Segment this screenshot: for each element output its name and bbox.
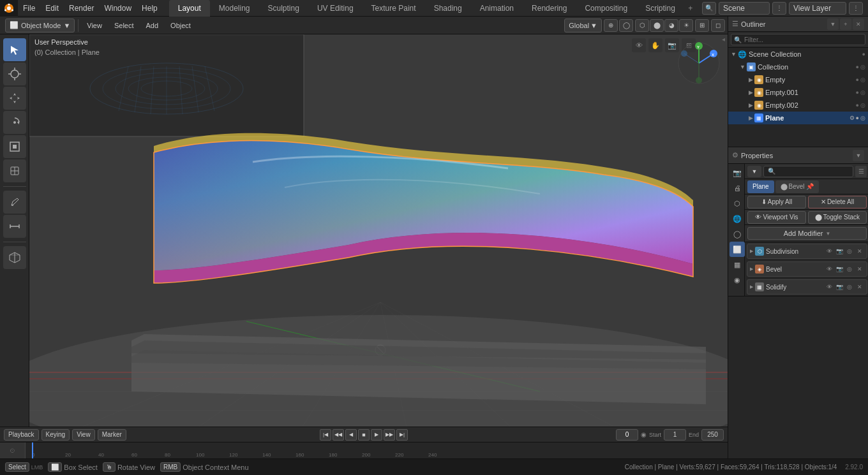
outliner-collection[interactable]: ▼ ▣ Collection ● ◎ [728, 61, 868, 73]
modifier-2-close-icon[interactable]: ✕ [855, 265, 864, 274]
scene-input[interactable] [719, 2, 770, 15]
modifier-3-close-icon[interactable]: ✕ [855, 282, 864, 291]
xray-btn[interactable]: ◻ [711, 19, 725, 32]
empty-visibility[interactable]: ● [856, 77, 859, 83]
plane-filter1[interactable]: ⚙ [849, 115, 855, 121]
menu-help[interactable]: Help [137, 0, 163, 17]
props-scene-icon[interactable]: 🌐 [730, 211, 745, 226]
tab-compositing[interactable]: Compositing [576, 0, 636, 17]
material-btn[interactable]: ◕ [664, 19, 678, 32]
tab-scripting[interactable]: Scripting [636, 0, 684, 17]
view-layer-options-btn[interactable]: ⋮ [849, 2, 863, 15]
overlay-btn[interactable]: ⊞ [695, 19, 709, 32]
viewport-vis-button[interactable]: 👁 Viewport Vis [747, 211, 806, 224]
modifier-item-2-header[interactable]: ▶ ◈ Bevel 👁 📷 ◎ ✕ [747, 262, 867, 276]
props-filter-btn[interactable]: ▼ [853, 150, 864, 161]
plane-visibility[interactable]: ● [856, 115, 859, 121]
empty002-render[interactable]: ◎ [860, 102, 865, 108]
viewport-view-menu[interactable]: View [82, 18, 107, 33]
object-mode-dropdown[interactable]: ⬜ Object Mode ▼ [5, 18, 75, 33]
plane-render[interactable]: ◎ [860, 115, 865, 121]
select-tool[interactable] [3, 38, 26, 61]
search-icon-btn[interactable]: 🔍 [702, 2, 716, 15]
end-frame-input[interactable]: 250 [701, 429, 724, 441]
play-btn[interactable]: ▶ [371, 429, 382, 441]
menu-render[interactable]: Render [64, 0, 99, 17]
keying-menu[interactable]: Keying [41, 429, 70, 441]
modifier-item-1-header[interactable]: ▶ ⬡ Subdivision 👁 📷 ◎ ✕ [747, 244, 867, 258]
modifier-search-btn[interactable]: ▼ [747, 166, 761, 177]
outliner-new-btn[interactable]: + [840, 18, 851, 30]
add-workspace-button[interactable]: + [684, 2, 697, 15]
viewport-select-menu[interactable]: Select [109, 18, 139, 33]
modifier-1-cam-icon[interactable]: 📷 [835, 247, 844, 256]
menu-window[interactable]: Window [99, 0, 137, 17]
modifier-3-vis-icon[interactable]: 👁 [825, 282, 834, 291]
props-render-icon[interactable]: 📷 [730, 165, 745, 180]
modifier-2-vis-icon[interactable]: 👁 [825, 265, 834, 274]
tab-shading[interactable]: Shading [425, 0, 471, 17]
viewport-add-menu[interactable]: Add [141, 18, 164, 33]
viewport-close-btn[interactable]: ◂ [719, 34, 728, 43]
modifier-2-render-icon[interactable]: ◎ [845, 265, 854, 274]
plane-tab[interactable]: Plane [747, 180, 774, 193]
measure-tool[interactable] [3, 215, 26, 238]
global-dropdown[interactable]: Global ▼ [564, 18, 602, 33]
props-view-layer-icon[interactable]: ⬡ [730, 196, 745, 211]
timeline-view-menu[interactable]: View [72, 429, 95, 441]
props-output-icon[interactable]: 🖨 [730, 180, 745, 196]
tab-uv-editing[interactable]: UV Editing [308, 0, 363, 17]
delete-all-button[interactable]: ✕ Delete All [808, 196, 867, 208]
modifier-3-render-icon[interactable]: ◎ [845, 282, 854, 291]
props-world-icon[interactable]: ◯ [730, 226, 745, 242]
props-mesh-icon[interactable]: ▦ [730, 257, 745, 272]
stop-btn[interactable]: ■ [358, 429, 370, 441]
outliner-empty[interactable]: ▶ ◉ Empty ● ◎ [728, 73, 868, 86]
timeline-ruler[interactable]: ⏲ 0 20 40 60 80 100 120 140 160 180 200 … [0, 442, 728, 459]
jump-start-btn[interactable]: |◀ [320, 429, 331, 441]
outliner-empty001[interactable]: ▶ ◉ Empty.001 ● ◎ [728, 86, 868, 99]
scene-options-btn[interactable]: ⋮ [772, 2, 786, 15]
play-back-btn[interactable]: ◀ [345, 429, 357, 441]
toggle-stack-button[interactable]: ⬤ Toggle Stack [808, 211, 867, 224]
modifier-2-cam-icon[interactable]: 📷 [835, 265, 844, 274]
modifier-search-input[interactable] [763, 166, 853, 177]
tab-animation[interactable]: Animation [471, 0, 523, 17]
rotate-tool[interactable] [3, 111, 26, 134]
add-cube-tool[interactable] [3, 246, 26, 269]
menu-edit[interactable]: Edit [40, 0, 64, 17]
scene-collection-visibility[interactable]: ● [862, 51, 865, 57]
outliner-scene-collection[interactable]: ▼ 🌐 Scene Collection ● [728, 48, 868, 61]
props-material-icon[interactable]: ◉ [730, 272, 745, 288]
modifier-1-render-icon[interactable]: ◎ [845, 247, 854, 256]
tab-sculpting[interactable]: Sculpting [259, 0, 308, 17]
annotate-tool[interactable] [3, 191, 26, 214]
outliner-empty002[interactable]: ▶ ◉ Empty.002 ● ◎ [728, 99, 868, 112]
menu-file[interactable]: File [18, 0, 40, 17]
view-layer-input[interactable] [789, 2, 846, 15]
solid-btn[interactable]: ⬤ [650, 19, 664, 32]
modifier-3-cam-icon[interactable]: 📷 [835, 282, 844, 291]
playback-menu[interactable]: Playback [4, 429, 39, 441]
nav-gizmo[interactable]: X Y [677, 41, 721, 85]
move-tool[interactable] [3, 87, 26, 110]
viewport-object-menu[interactable]: Object [165, 18, 196, 33]
bevel-tab[interactable]: ⬤ Bevel 📌 [775, 180, 819, 193]
empty-render[interactable]: ◎ [860, 77, 865, 83]
outliner-search-input[interactable] [744, 36, 862, 43]
marker-menu[interactable]: Marker [98, 429, 126, 441]
cursor-tool[interactable] [3, 62, 26, 85]
modifier-item-3-header[interactable]: ▶ ▦ Solidify 👁 📷 ◎ ✕ [747, 280, 867, 294]
start-frame-input[interactable]: 1 [664, 429, 686, 441]
tab-layout[interactable]: Layout [169, 0, 210, 17]
outliner-close-btn[interactable]: ✕ [853, 18, 864, 30]
keyframe-icon[interactable]: ◉ [641, 431, 647, 438]
wireframe-btn[interactable]: ⬡ [635, 19, 649, 32]
empty001-render[interactable]: ◎ [860, 89, 865, 96]
tab-rendering[interactable]: Rendering [523, 0, 576, 17]
modifier-1-vis-icon[interactable]: 👁 [825, 247, 834, 256]
current-frame-input[interactable]: 0 [616, 429, 638, 441]
modifier-1-close-icon[interactable]: ✕ [855, 247, 864, 256]
modifier-filter-btn[interactable]: ☰ [855, 166, 867, 177]
snap-icon-btn[interactable]: ⊕ [604, 19, 618, 32]
